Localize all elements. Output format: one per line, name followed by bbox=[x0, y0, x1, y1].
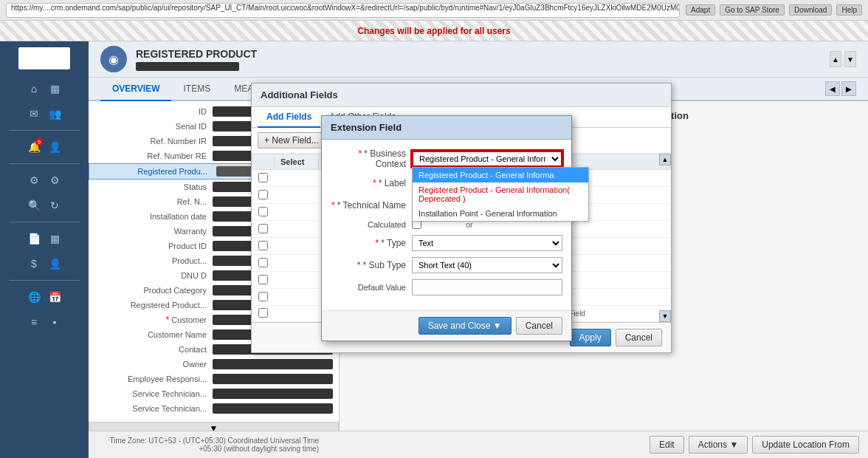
field-label-regprod: Registered Product... bbox=[94, 301, 213, 310]
field-label-ref-re: Ref. Number RE bbox=[94, 151, 213, 160]
list-icon[interactable]: ≡ bbox=[25, 313, 43, 331]
user-settings-icon[interactable]: 👤 bbox=[46, 255, 63, 273]
bottom-actions: Edit Actions ▼ Update Location From bbox=[650, 436, 859, 454]
page-header: ◉ REGISTERED PRODUCT ▲ ▼ bbox=[89, 41, 868, 78]
td-select-1 bbox=[275, 170, 319, 187]
type-select[interactable]: Text bbox=[412, 235, 562, 251]
edit-button[interactable]: Edit bbox=[650, 436, 684, 454]
update-location-button[interactable]: Update Location From bbox=[752, 436, 859, 454]
row-checkbox-4[interactable] bbox=[258, 224, 268, 233]
adapt-button[interactable]: Adapt bbox=[686, 4, 715, 16]
row-checkbox-3[interactable] bbox=[258, 207, 268, 216]
field-label-refn: Ref. N... bbox=[94, 197, 213, 206]
calendar-icon[interactable]: ▦ bbox=[46, 80, 63, 98]
sidebar-icon-row-9: ≡ ▪ bbox=[25, 310, 63, 334]
timezone-info: Time Zone: UTC+53 - (UTC+05:30) Coordina… bbox=[97, 437, 319, 453]
notification-icon[interactable]: 🔔 9 bbox=[25, 138, 43, 156]
th-check bbox=[252, 154, 275, 170]
dropdown-item-3[interactable]: Installation Point - General Information bbox=[413, 206, 588, 221]
search-icon[interactable]: 🔍 bbox=[25, 196, 43, 214]
row-checkbox-7[interactable] bbox=[258, 275, 268, 284]
refresh-icon[interactable]: ↻ bbox=[46, 196, 63, 214]
new-field-button[interactable]: + New Field... bbox=[258, 132, 326, 148]
td-select-9 bbox=[275, 306, 319, 322]
browser-url-input[interactable]: https://my....crm.ondemand.com/sap/publi… bbox=[6, 3, 680, 18]
row-checkbox-9[interactable] bbox=[258, 308, 268, 318]
home-icon[interactable]: ⌂ bbox=[25, 80, 43, 98]
dropdown-item-2[interactable]: Registered Product - General Information… bbox=[413, 182, 588, 206]
grid-icon[interactable]: ▦ bbox=[46, 230, 63, 247]
actions-button[interactable]: Actions ▼ bbox=[689, 436, 748, 454]
field-label-product2: Product... bbox=[94, 256, 213, 265]
scroll-down-btn[interactable]: ▼ bbox=[844, 51, 856, 67]
money-icon[interactable]: $ bbox=[25, 255, 43, 273]
sidebar-divider-4 bbox=[9, 280, 80, 281]
td-select-3 bbox=[275, 204, 319, 221]
business-context-wrapper: Registered Product - General Informa Reg… bbox=[412, 151, 562, 167]
sidebar: ⌂ ▦ ✉ 👥 🔔 9 👤 ⚙ ⚙ 🔍 ↻ 📄 ▦ bbox=[0, 41, 89, 458]
table-scrollbar: ▲ ▼ bbox=[659, 154, 671, 322]
field-value-owner bbox=[213, 359, 333, 369]
people-icon[interactable]: 👥 bbox=[46, 105, 63, 123]
tab-overview[interactable]: OVERVIEW bbox=[100, 78, 171, 101]
nav-prev-arrow[interactable]: ◀ bbox=[825, 81, 840, 96]
row-checkbox-2[interactable] bbox=[258, 190, 268, 199]
td-checkbox-3 bbox=[252, 204, 275, 221]
tab-add-fields[interactable]: Add Fields bbox=[258, 107, 320, 128]
field-label-status: Status bbox=[94, 182, 213, 191]
box-icon[interactable]: ▪ bbox=[46, 313, 63, 331]
table-scroll-up-btn[interactable]: ▲ bbox=[659, 154, 671, 165]
field-row-tech1: Service Technician... bbox=[89, 386, 339, 401]
table-scroll-down-btn[interactable]: ▼ bbox=[659, 310, 671, 322]
tab-items[interactable]: ITEMS bbox=[171, 78, 222, 101]
settings-icon-1[interactable]: ⚙ bbox=[25, 171, 43, 189]
download-button[interactable]: Download bbox=[789, 4, 832, 16]
field-label-contact: Contact bbox=[94, 345, 213, 354]
dialog-field-default: Default Value bbox=[331, 279, 562, 295]
dialog-title: Extension Field bbox=[322, 116, 571, 140]
td-checkbox-9 bbox=[252, 306, 275, 322]
nav-next-arrow[interactable]: ▶ bbox=[841, 81, 856, 96]
sidebar-divider-1 bbox=[9, 130, 80, 131]
dropdown-item-1[interactable]: Registered Product - General Informa bbox=[413, 168, 588, 182]
td-select-6 bbox=[275, 255, 319, 272]
field-label-custname: Customer Name bbox=[94, 330, 213, 339]
dialog-field-subtype: * * Sub Type Short Text (40) bbox=[331, 257, 562, 273]
row-checkbox-8[interactable] bbox=[258, 292, 268, 301]
document-icon[interactable]: 📄 bbox=[25, 230, 43, 247]
td-checkbox-8 bbox=[252, 289, 275, 306]
save-close-button[interactable]: Save and Close ▼ bbox=[418, 317, 512, 335]
go-to-sap-store-button[interactable]: Go to SAP Store bbox=[720, 4, 785, 16]
scroll-up-btn[interactable]: ▲ bbox=[830, 51, 841, 67]
field-row-tech2: Service Technician... bbox=[89, 401, 339, 416]
chat-icon[interactable]: ✉ bbox=[25, 105, 43, 123]
row-checkbox-5[interactable] bbox=[258, 241, 268, 250]
subtype-select[interactable]: Short Text (40) bbox=[412, 257, 562, 273]
field-label-install: Installation date bbox=[94, 212, 213, 221]
nav-arrows: ◀ ▶ bbox=[825, 81, 856, 96]
settings-icon-2[interactable]: ⚙ bbox=[46, 171, 63, 189]
default-value-input[interactable] bbox=[412, 279, 562, 295]
sidebar-icon-row-7: $ 👤 bbox=[25, 252, 63, 276]
scroll-down-panel-btn[interactable]: ▼ bbox=[89, 422, 339, 431]
help-button[interactable]: Help bbox=[836, 4, 862, 16]
apply-button[interactable]: Apply bbox=[570, 329, 611, 346]
field-label-ref-ir: Ref. Number IR bbox=[94, 137, 213, 146]
additional-fields-title: Additional Fields bbox=[252, 83, 671, 107]
field-row-owner: Owner bbox=[89, 357, 339, 372]
field-label-id: ID bbox=[94, 107, 213, 116]
row-checkbox-6[interactable] bbox=[258, 258, 268, 267]
field-label-productid: Product ID bbox=[94, 242, 213, 250]
calendar2-icon[interactable]: 📅 bbox=[46, 288, 63, 306]
business-context-select[interactable]: Registered Product - General Informa bbox=[412, 151, 562, 167]
row-checkbox-1[interactable] bbox=[258, 173, 268, 182]
business-context-label: * * Business Context bbox=[331, 148, 412, 169]
cancel-fields-button[interactable]: Cancel bbox=[616, 329, 662, 346]
cancel-dialog-button[interactable]: Cancel bbox=[516, 317, 562, 335]
field-label-warranty: Warranty bbox=[94, 227, 213, 236]
dialog-footer: Save and Close ▼ Cancel bbox=[322, 310, 571, 341]
page-subtitle-redacted bbox=[136, 62, 239, 71]
browser-bar: https://my....crm.ondemand.com/sap/publi… bbox=[0, 0, 868, 21]
globe-icon[interactable]: 🌐 bbox=[25, 288, 43, 306]
user-profile-icon[interactable]: 👤 bbox=[46, 138, 63, 156]
